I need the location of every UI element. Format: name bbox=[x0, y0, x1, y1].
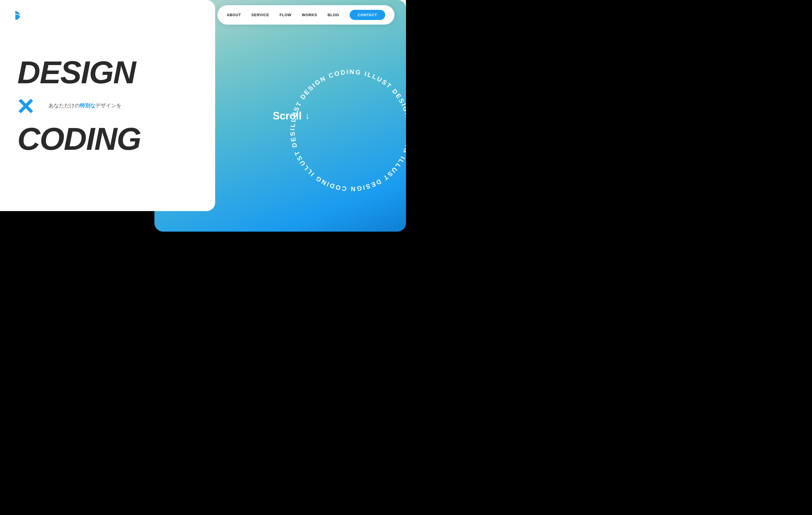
navbar: ABOUT SERVICE FLOW WORKS BLOG CONTACT bbox=[0, 5, 406, 25]
contact-button[interactable]: CONTACT bbox=[350, 10, 385, 20]
scroll-label: Scroll bbox=[273, 110, 301, 122]
nav-about[interactable]: ABOUT bbox=[227, 13, 241, 17]
subtitle-highlight: 特別な bbox=[80, 103, 95, 109]
logo[interactable] bbox=[11, 8, 26, 22]
subtitle-suffix: デザインを bbox=[95, 103, 121, 109]
nav-works[interactable]: WORKS bbox=[302, 13, 317, 17]
nav-flow[interactable]: FLOW bbox=[280, 13, 291, 17]
hero-title-design: DESIGN bbox=[17, 56, 198, 88]
nav-service[interactable]: SERVICE bbox=[251, 13, 269, 17]
cross-icon: × bbox=[17, 91, 34, 120]
subtitle: あなただけの特別なデザインを bbox=[49, 102, 121, 109]
scroll-arrow: ↓ bbox=[305, 111, 310, 121]
nav-blog[interactable]: BLOG bbox=[328, 13, 339, 17]
scroll-button[interactable]: Scroll ↓ bbox=[273, 110, 310, 122]
svg-text:ILLUST DESIGN CODING ILLUST DE: ILLUST DESIGN CODING ILLUST DESIGN CODIN… bbox=[279, 58, 406, 193]
nav-links: ABOUT SERVICE FLOW WORKS BLOG CONTACT bbox=[218, 5, 395, 25]
circle-text-container: ILLUST DESIGN CODING ILLUST DESIGN CODIN… bbox=[279, 58, 406, 203]
hero-title-coding: CODING bbox=[17, 123, 198, 155]
subtitle-prefix: あなただけの bbox=[49, 103, 80, 109]
left-panel: DESIGN × あなただけの特別なデザインを CODING bbox=[0, 0, 215, 211]
cross-row: × あなただけの特別なデザインを bbox=[17, 91, 198, 120]
